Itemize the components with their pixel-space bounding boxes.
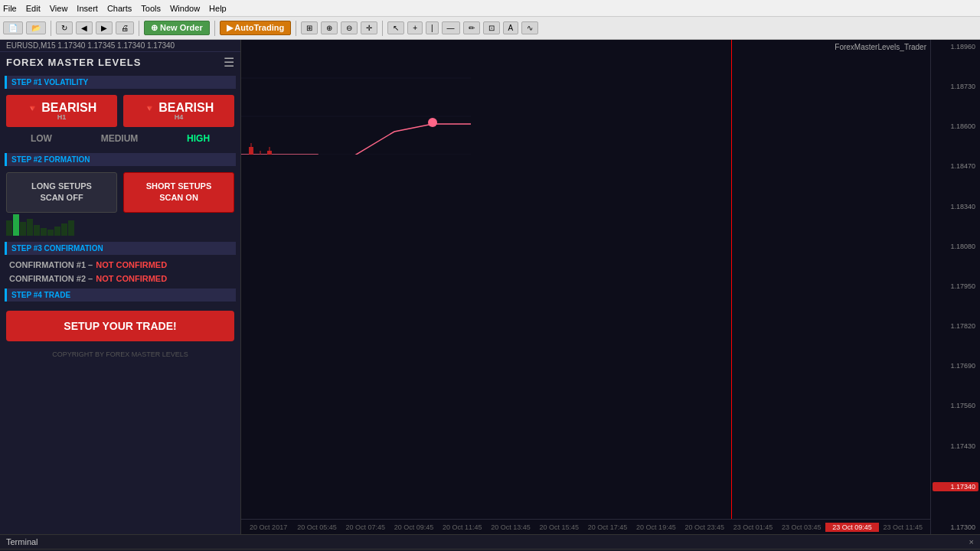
chart-area[interactable]: ForexMasterLevels_Trader <box>241 40 980 534</box>
toolbar-new-file[interactable]: 📄 <box>3 21 23 34</box>
time-tick-10: 23 Oct 01:45 <box>729 523 777 531</box>
toolbar-sep1 <box>51 21 51 36</box>
toolbar-line[interactable]: — <box>442 21 460 34</box>
terminal-title: Terminal <box>6 537 38 546</box>
price-5: 1.18340 <box>933 203 978 210</box>
price-9: 1.17690 <box>933 362 978 370</box>
panel-menu-icon[interactable]: ☰ <box>224 55 234 70</box>
ind-bar-10 <box>68 220 74 236</box>
toolbar-text[interactable]: A <box>503 21 519 34</box>
ind-bar-3 <box>20 222 26 236</box>
toolbar-cross[interactable]: + <box>407 21 423 34</box>
step1-label: STEP #1 VOLATILITY <box>5 76 236 89</box>
toolbar-forward[interactable]: ▶ <box>96 21 113 34</box>
toolbar-back[interactable]: ◀ <box>76 21 93 34</box>
setup-row: LONG SETUPSSCAN OFF SHORT SETUPSSCAN ON <box>0 169 240 216</box>
toolbar-zoom-in[interactable]: ⊕ <box>321 21 338 34</box>
bearish-row: 🔻 BEARISH H1 🔻 BEARISH H4 <box>0 92 240 130</box>
step4-label: STEP #4 TRADE <box>5 289 236 302</box>
price-10: 1.17560 <box>933 402 978 409</box>
toolbar-sep5 <box>382 21 383 36</box>
time-tick-13: 23 Oct 11:45 <box>879 523 927 531</box>
confirm2-status: NOT CONFIRMED <box>96 274 167 283</box>
toolbar-fib[interactable]: ∿ <box>521 21 538 34</box>
menu-help[interactable]: Help <box>209 4 227 13</box>
time-tick-7: 20 Oct 17:45 <box>583 523 632 531</box>
h1-label: H1 <box>9 113 114 121</box>
volatility-row: LOW MEDIUM HIGH <box>0 130 240 150</box>
ind-bar-4 <box>27 219 33 236</box>
toolbar-sep2 <box>139 21 139 36</box>
menu-tools[interactable]: Tools <box>141 4 161 13</box>
vol-low[interactable]: LOW <box>31 133 52 144</box>
price-13: 1.17300 <box>933 523 978 531</box>
ind-bar-1 <box>6 220 12 236</box>
menu-edit[interactable]: Edit <box>26 4 41 13</box>
toolbar: 📄 📂 ↻ ◀ ▶ 🖨 ⊕ New Order ▶ AutoTrading ⊞ … <box>0 17 980 40</box>
toolbar-zoom-fit[interactable]: ⊞ <box>301 21 318 34</box>
chart-svg[interactable]: FML_MSC C... FML_SSC C... <box>241 40 471 155</box>
menu-view[interactable]: View <box>50 4 68 13</box>
time-tick-12: 23 Oct 09:45 <box>825 523 878 532</box>
menu-insert[interactable]: Insert <box>77 4 98 13</box>
toolbar-pen[interactable]: ✏ <box>463 21 480 34</box>
confirm1-row: CONFIRMATION #1 – NOT CONFIRMED <box>0 258 240 272</box>
step2-label: STEP #2 FORMATION <box>5 153 236 166</box>
time-tick-0: 20 Oct 2017 <box>244 523 292 531</box>
time-tick-11: 23 Oct 03:45 <box>777 523 825 531</box>
trader-label: ForexMasterLevels_Trader <box>835 43 926 51</box>
price-3: 1.18600 <box>933 122 978 130</box>
bearish-h1-btn[interactable]: 🔻 BEARISH H1 <box>6 95 117 127</box>
new-order-button[interactable]: ⊕ New Order <box>144 21 210 35</box>
symbol-bar: EURUSD,M15 1.17340 1.17345 1.17340 1.173… <box>0 40 240 52</box>
price-7: 1.17950 <box>933 282 978 290</box>
price-4: 1.18470 <box>933 162 978 170</box>
new-order-icon: ⊕ <box>151 23 158 32</box>
vol-high[interactable]: HIGH <box>187 133 210 144</box>
confirm1-label: CONFIRMATION #1 – <box>9 260 93 269</box>
toolbar-crosshair[interactable]: ✛ <box>361 21 377 34</box>
auto-trading-button[interactable]: ▶ AutoTrading <box>220 21 291 35</box>
time-tick-1: 20 Oct 05:45 <box>292 523 341 531</box>
ind-bar-6 <box>41 228 47 236</box>
toolbar-zoom-out[interactable]: ⊖ <box>341 21 358 34</box>
time-tick-4: 20 Oct 11:45 <box>438 523 486 531</box>
long-setups-btn[interactable]: LONG SETUPSSCAN OFF <box>6 172 117 213</box>
price-6: 1.18080 <box>933 243 978 250</box>
indicator-bars <box>0 216 240 239</box>
short-setups-btn[interactable]: SHORT SETUPSSCAN ON <box>123 172 234 213</box>
svg-rect-0 <box>241 40 471 155</box>
time-tick-6: 20 Oct 15:45 <box>535 523 583 531</box>
panel-title: FOREX MASTER LEVELS <box>6 57 141 68</box>
step3-label: STEP #3 CONFIRMATION <box>5 242 236 255</box>
toolbar-refresh[interactable]: ↻ <box>56 21 73 34</box>
toolbar-sep6b[interactable]: | <box>426 21 439 34</box>
copyright-text: COPYRIGHT BY FOREX MASTER LEVELS <box>0 347 240 361</box>
current-price-box: 1.17340 <box>933 482 978 491</box>
menu-file[interactable]: File <box>3 4 17 13</box>
toolbar-cursor[interactable]: ↖ <box>387 21 404 34</box>
toolbar-objects[interactable]: ⊡ <box>483 21 500 34</box>
menubar: File Edit View Insert Charts Tools Windo… <box>0 0 980 17</box>
bearish-h1-arrow: 🔻 <box>27 103 38 114</box>
confirm1-status: NOT CONFIRMED <box>96 260 167 269</box>
ind-bar-2 <box>13 214 19 236</box>
time-axis: 20 Oct 2017 20 Oct 05:45 20 Oct 07:45 20… <box>241 519 930 534</box>
time-tick-9: 20 Oct 23:45 <box>681 523 729 531</box>
menu-charts[interactable]: Charts <box>107 4 132 13</box>
price-2: 1.18730 <box>933 83 978 90</box>
h4-label: H4 <box>126 113 231 121</box>
time-tick-8: 20 Oct 19:45 <box>632 523 680 531</box>
toolbar-open[interactable]: 📂 <box>26 21 46 34</box>
menu-window[interactable]: Window <box>170 4 200 13</box>
confirm2-row: CONFIRMATION #2 – NOT CONFIRMED <box>0 272 240 285</box>
setup-trade-button[interactable]: SETUP YOUR TRADE! <box>6 311 234 341</box>
bearish-h4-arrow: 🔻 <box>144 103 155 114</box>
vol-medium[interactable]: MEDIUM <box>101 133 139 144</box>
terminal-close-btn[interactable]: × <box>969 537 974 546</box>
toolbar-print[interactable]: 🖨 <box>116 21 134 34</box>
bearish-h4-btn[interactable]: 🔻 BEARISH H4 <box>123 95 234 127</box>
top-marker <box>428 118 437 127</box>
panel-header: FOREX MASTER LEVELS ☰ <box>0 52 240 73</box>
autotrading-icon: ▶ <box>227 23 233 32</box>
